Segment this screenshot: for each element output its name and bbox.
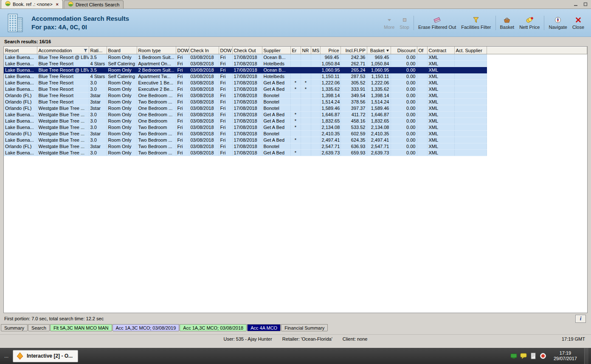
column-header-contract[interactable]: Contract xyxy=(427,47,454,54)
maximize-icon[interactable] xyxy=(582,1,588,7)
column-header-check_out[interactable]: Check Out xyxy=(232,47,262,54)
cell-act_supplier xyxy=(454,131,487,137)
column-header-nr[interactable]: NR xyxy=(301,47,311,54)
cell-discount: 0.00 xyxy=(391,124,417,131)
table-row[interactable]: Orlando (FL)Blue Tree Resort3starRoom On… xyxy=(4,99,587,105)
table-row[interactable]: Lake Buena...Westgate Blue Tree ...3.0Ro… xyxy=(4,118,587,124)
column-header-price[interactable]: Price xyxy=(320,47,341,54)
table-row[interactable]: Lake Buena...Westgate Blue Tree ...3.0Ro… xyxy=(4,124,587,131)
cell-contract: XML xyxy=(427,99,454,105)
tab-direct-clients-search[interactable]: Direct Clients Search xyxy=(64,0,124,8)
cell-check_out: 17/08/2018 xyxy=(232,105,262,112)
navigate-button[interactable]: Navigate xyxy=(546,15,569,31)
column-header-board[interactable]: Board xyxy=(107,47,137,54)
cell-resort: Lake Buena... xyxy=(4,150,37,156)
more-button[interactable]: More xyxy=(381,15,397,31)
cell-of xyxy=(417,143,427,150)
table-row[interactable]: Orlando (FL)Blue Tree Resort3starRoom On… xyxy=(4,92,587,99)
taskbar-clock[interactable]: 17:19 29/07/2017 xyxy=(554,350,577,361)
cell-incl_fl_pp: 349.54 xyxy=(341,92,367,99)
taskbar-overflow-button[interactable]: ... xyxy=(4,353,8,359)
cell-check_in: 03/08/2018 xyxy=(189,124,219,131)
erase-filtered-out-button[interactable]: Erase Filtered Out xyxy=(416,15,459,31)
facilities-filter-button[interactable]: Facilities Filter xyxy=(459,15,493,31)
cell-of xyxy=(417,73,427,80)
column-header-dow_in[interactable]: DOW xyxy=(176,47,189,54)
table-row[interactable]: Lake Buena...Blue Tree Resort @ LBV3.5Ro… xyxy=(4,54,587,61)
cell-dow_in: Fri xyxy=(176,143,189,150)
table-row[interactable]: Lake Buena...Blue Tree Resort @ LBV3.5Ro… xyxy=(4,67,587,73)
cell-act_supplier xyxy=(454,80,487,86)
bottom-tab-financial-summary[interactable]: Financial Summary xyxy=(281,324,328,331)
cell-accommodation: Blue Tree Resort xyxy=(37,86,89,92)
cell-contract: XML xyxy=(427,73,454,80)
column-header-resort[interactable]: Resort xyxy=(4,47,37,54)
bottom-tab-acc-1a-3c-mco-03-08-2019[interactable]: Acc 1A,3C MCO; 03/08/2019 xyxy=(113,324,180,331)
column-header-room_type[interactable]: Room type xyxy=(137,47,176,54)
taskbar-app-button[interactable]: Interactive [2] - O... xyxy=(13,350,78,362)
column-header-discount[interactable]: Discount xyxy=(391,47,417,54)
table-row[interactable]: Lake Buena...Blue Tree Resort4 StarsSelf… xyxy=(4,61,587,67)
toolbar-button-label: Basket xyxy=(500,25,515,30)
cell-accommodation: Westgate Blue Tree ... xyxy=(37,124,89,131)
nett-price-icon xyxy=(526,16,533,24)
column-header-check_in[interactable]: Check In xyxy=(189,47,219,54)
tray-monitor-icon[interactable] xyxy=(510,353,517,359)
bottom-tab-acc-1a-3c-mco-03-08-2018[interactable]: Acc 1A,3C MCO; 03/08/2018 xyxy=(180,324,247,331)
bottom-tab-acc-4a-mco[interactable]: Acc 4A MCO xyxy=(247,324,281,331)
tab-close-icon[interactable]: × xyxy=(56,2,59,7)
column-header-of[interactable]: Of xyxy=(417,47,427,54)
cell-supplier: Hotelbeds xyxy=(262,61,290,67)
column-header-accommodation[interactable]: Accommodation xyxy=(37,47,89,54)
cell-of xyxy=(417,112,427,118)
close-button[interactable]: Close xyxy=(570,15,587,31)
column-header-basket[interactable]: Basket xyxy=(367,47,391,54)
results-table-body: Lake Buena...Blue Tree Resort @ LBV3.5Ro… xyxy=(4,54,587,156)
column-header-act_supplier[interactable]: Act. Supplier xyxy=(454,47,487,54)
cell-dow_out: Fri xyxy=(219,150,232,156)
cell-discount: 0.00 xyxy=(391,86,417,92)
column-header-dow_out[interactable]: DOW xyxy=(219,47,232,54)
bottom-tab-flt-5a-3c-man-mco-man[interactable]: Flt 5A,3C MAN MCO MAN xyxy=(50,324,112,331)
table-row[interactable]: Lake Buena...Westgate Blue Tree ...3.0Ro… xyxy=(4,137,587,143)
toolbar-separator xyxy=(544,16,544,30)
column-header-incl_fl_pp[interactable]: Incl.Fl.PP xyxy=(341,47,367,54)
show-desktop-button[interactable] xyxy=(584,348,588,364)
stop-button[interactable]: Stop xyxy=(397,15,412,31)
table-row[interactable]: Orlando (FL)Westgate Blue Tree ...3starR… xyxy=(4,143,587,150)
bottom-tab-label: Search xyxy=(31,325,46,330)
column-header-label: Discount xyxy=(397,48,416,53)
cell-check_in: 03/08/2018 xyxy=(189,143,219,150)
cell-discount: 0.00 xyxy=(391,137,417,143)
bottom-tab-summary[interactable]: Summary xyxy=(1,324,28,331)
cell-incl_fl_pp: 262.71 xyxy=(341,61,367,67)
cell-ms xyxy=(311,112,320,118)
table-row[interactable]: Lake Buena...Westgate Blue Tree ...3.0Ro… xyxy=(4,112,587,118)
column-header-rating[interactable]: Rati... xyxy=(89,47,107,54)
table-row[interactable]: Lake Buena...Blue Tree Resort3.0Room Onl… xyxy=(4,80,587,86)
cell-filler xyxy=(487,137,587,143)
column-header-label: Resort xyxy=(5,48,19,53)
basket-button[interactable]: Basket xyxy=(498,15,517,31)
minimize-icon[interactable] xyxy=(572,1,579,7)
cell-nr xyxy=(301,112,311,118)
table-row[interactable]: Lake Buena...Westgate Blue Tree ...3.0Ro… xyxy=(4,150,587,156)
tab-booking-ref[interactable]: Book. ref .: <none> × xyxy=(1,0,63,8)
table-row[interactable]: Orlando (FL)Westgate Blue Tree ...3starR… xyxy=(4,131,587,137)
table-row[interactable]: Orlando (FL)Westgate Blue Tree ...3starR… xyxy=(4,105,587,112)
tray-document-icon[interactable] xyxy=(530,353,537,359)
column-header-ms[interactable]: MS xyxy=(311,47,320,54)
cell-rating: 3star xyxy=(89,131,107,137)
info-button[interactable]: i xyxy=(575,315,586,323)
table-row[interactable]: Lake Buena...Blue Tree Resort4 StarsSelf… xyxy=(4,73,587,80)
column-header-supplier[interactable]: Supplier xyxy=(262,47,290,54)
cell-of xyxy=(417,131,427,137)
bottom-tab-search[interactable]: Search xyxy=(28,324,50,331)
tray-chat-icon[interactable] xyxy=(520,353,527,359)
tray-status-icon[interactable] xyxy=(540,353,546,359)
toolbar-button-label: Nett Price xyxy=(519,25,540,30)
column-header-er[interactable]: Er xyxy=(290,47,301,54)
nett-price-button[interactable]: Nett Price xyxy=(517,15,542,31)
cell-discount: 0.00 xyxy=(391,150,417,156)
table-row[interactable]: Lake Buena...Blue Tree Resort3.0Room Onl… xyxy=(4,86,587,92)
